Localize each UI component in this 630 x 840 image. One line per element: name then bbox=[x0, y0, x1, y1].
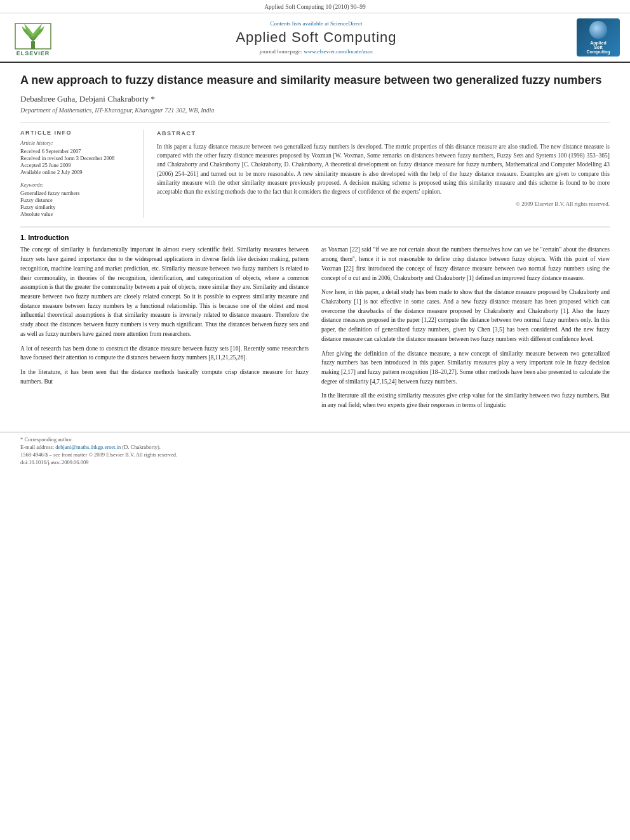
article-title: A new approach to fuzzy distance measure… bbox=[20, 73, 610, 88]
history-received: Received 6 September 2007 bbox=[20, 148, 136, 154]
body-col-right: as Voxman [22] said "if we are not certa… bbox=[321, 245, 610, 415]
logo-circle bbox=[589, 21, 607, 39]
history-accepted: Accepted 25 June 2009 bbox=[20, 162, 136, 168]
footer-email: E-mail address: debjani@maths.iitkgp.ern… bbox=[20, 444, 610, 450]
sciencedirect-name[interactable]: ScienceDirect bbox=[330, 20, 362, 27]
journal-homepage: journal homepage: www.elsevier.com/locat… bbox=[56, 48, 577, 55]
article-info-col: ARTICLE INFO Article history: Received 6… bbox=[20, 130, 144, 218]
footer-doi: doi:10.1016/j.asoc.2009.06.009 bbox=[20, 459, 610, 465]
section1-heading: 1. Introduction bbox=[20, 234, 610, 241]
keyword-4: Absolute value bbox=[20, 211, 136, 217]
keyword-3: Fuzzy similarity bbox=[20, 204, 136, 210]
elsevier-logo: ELSEVIER bbox=[10, 18, 56, 57]
applied-soft-logo: Applied Soft Computing bbox=[577, 18, 620, 57]
citation-text: Applied Soft Computing 10 (2010) 90–99 bbox=[264, 4, 366, 10]
intro-right-para2: Now here, in this paper, a detail study … bbox=[321, 288, 610, 343]
affiliation: Department of Mathematics, IIT-Kharagpur… bbox=[20, 107, 610, 114]
article-info-abstract: ARTICLE INFO Article history: Received 6… bbox=[20, 123, 610, 218]
intro-para2: A lot of research has been done to const… bbox=[20, 344, 309, 363]
email-address[interactable]: debjani@maths.iitkgp.ernet.in bbox=[55, 444, 121, 450]
email-note: (D. Chakraborty). bbox=[122, 444, 161, 450]
main-content: A new approach to fuzzy distance measure… bbox=[0, 63, 630, 425]
abstract-text: In this paper a fuzzy distance measure b… bbox=[157, 142, 610, 197]
section1: 1. Introduction The concept of similarit… bbox=[20, 234, 610, 415]
sciencedirect-link: Contents lists available at ScienceDirec… bbox=[56, 20, 577, 27]
abstract-col: ABSTRACT In this paper a fuzzy distance … bbox=[157, 130, 610, 218]
body-columns: The concept of similarity is fundamental… bbox=[20, 245, 610, 415]
article-info-label: ARTICLE INFO bbox=[20, 130, 136, 136]
keyword-2: Fuzzy distance bbox=[20, 197, 136, 203]
journal-name: Applied Soft Computing bbox=[56, 29, 577, 46]
intro-right-para3: After giving the definition of the dista… bbox=[321, 349, 610, 387]
copyright: © 2009 Elsevier B.V. All rights reserved… bbox=[157, 200, 610, 209]
footer-issn: 1568-4946/$ – see front matter © 2009 El… bbox=[20, 451, 610, 458]
logo-line2: Soft bbox=[594, 45, 603, 50]
top-citation-bar: Applied Soft Computing 10 (2010) 90–99 bbox=[0, 0, 630, 13]
journal-header: ELSEVIER Contents lists available at Sci… bbox=[0, 13, 630, 63]
intro-right-para1: as Voxman [22] said "if we are not certa… bbox=[321, 245, 610, 283]
email-label: E-mail address: bbox=[20, 444, 54, 450]
section-divider bbox=[20, 227, 610, 227]
logo-line3: Computing bbox=[587, 50, 610, 54]
page-footer: * Corresponding author. E-mail address: … bbox=[0, 432, 630, 470]
article-history-label: Article history: bbox=[20, 140, 136, 146]
footer-corresponding: * Corresponding author. bbox=[20, 436, 610, 443]
keywords-label: Keywords: bbox=[20, 182, 136, 188]
elsevier-text: ELSEVIER bbox=[17, 50, 50, 57]
intro-right-para4: In the literature all the existing simil… bbox=[321, 391, 610, 410]
body-col-left: The concept of similarity is fundamental… bbox=[20, 245, 309, 415]
keyword-1: Generalized fuzzy numbers bbox=[20, 190, 136, 196]
logo-line1: Applied bbox=[590, 41, 607, 45]
authors: Debashree Guha, Debjani Chakraborty * bbox=[20, 94, 610, 104]
journal-title-block: Contents lists available at ScienceDirec… bbox=[56, 20, 577, 55]
svg-rect-0 bbox=[31, 41, 35, 49]
author-names: Debashree Guha, Debjani Chakraborty * bbox=[20, 94, 155, 103]
homepage-url[interactable]: www.elsevier.com/locate/asoc bbox=[304, 48, 373, 55]
history-online: Available online 2 July 2009 bbox=[20, 169, 136, 175]
keywords-block: Keywords: Generalized fuzzy numbers Fuzz… bbox=[20, 182, 136, 217]
intro-para3: In the literature, it has been seen that… bbox=[20, 368, 309, 386]
history-revised: Received in revised form 3 December 2008 bbox=[20, 155, 136, 161]
intro-para1: The concept of similarity is fundamental… bbox=[20, 245, 309, 338]
abstract-label: ABSTRACT bbox=[157, 130, 610, 138]
